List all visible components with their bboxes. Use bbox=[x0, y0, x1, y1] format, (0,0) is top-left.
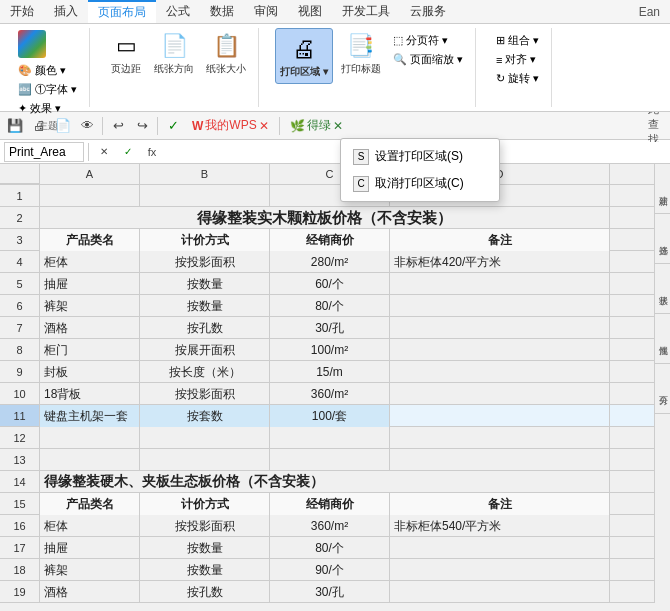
print-area-btn[interactable]: 🖨 打印区域 ▾ bbox=[275, 28, 333, 84]
preview-btn[interactable]: 👁 bbox=[76, 115, 98, 137]
r1c2[interactable] bbox=[140, 185, 270, 207]
r16c4[interactable]: 非标柜体540/平方米 bbox=[390, 515, 610, 537]
r15c3[interactable]: 经销商价 bbox=[270, 493, 390, 515]
menu-view[interactable]: 视图 bbox=[288, 1, 332, 22]
r8c3[interactable]: 100/m² bbox=[270, 339, 390, 361]
margin-btn[interactable]: ▭ 页边距 bbox=[106, 28, 146, 78]
r5c4[interactable] bbox=[390, 273, 610, 295]
menu-start[interactable]: 开始 bbox=[0, 1, 44, 22]
rotate-btn[interactable]: ↻ 旋转 ▾ bbox=[492, 70, 543, 87]
r7c2[interactable]: 按孔数 bbox=[140, 317, 270, 339]
undo-btn[interactable]: ↩ bbox=[107, 115, 129, 137]
r16c3[interactable]: 360/m² bbox=[270, 515, 390, 537]
r13c4[interactable] bbox=[390, 449, 610, 471]
theme-icon-btn[interactable] bbox=[14, 28, 81, 60]
r12c2[interactable] bbox=[140, 427, 270, 449]
r9c1[interactable]: 封板 bbox=[40, 361, 140, 383]
page-scale-btn[interactable]: 🔍 页面缩放 ▾ bbox=[389, 51, 467, 68]
r13c3[interactable] bbox=[270, 449, 390, 471]
r10c1[interactable]: 18背板 bbox=[40, 383, 140, 405]
menu-cloud[interactable]: 云服务 bbox=[400, 1, 456, 22]
r19c1[interactable]: 酒格 bbox=[40, 581, 140, 603]
menu-insert[interactable]: 插入 bbox=[44, 1, 88, 22]
menu-formula[interactable]: 公式 bbox=[156, 1, 200, 22]
combine-btn[interactable]: ⊞ 组合 ▾ bbox=[492, 32, 543, 49]
rp-select-btn[interactable]: 选择 bbox=[655, 214, 670, 264]
r18c1[interactable]: 裤架 bbox=[40, 559, 140, 581]
formula-cancel[interactable]: ✕ bbox=[93, 141, 115, 163]
r6c3[interactable]: 80/个 bbox=[270, 295, 390, 317]
r12c3[interactable] bbox=[270, 427, 390, 449]
r2-title[interactable]: 得缘整装实木颗粒板价格（不含安装） bbox=[40, 207, 610, 229]
r11c4[interactable] bbox=[390, 405, 610, 427]
r18c2[interactable]: 按数量 bbox=[140, 559, 270, 581]
r17c4[interactable] bbox=[390, 537, 610, 559]
paper-size-btn[interactable]: 📋 纸张大小 bbox=[202, 28, 250, 78]
r15c4[interactable]: 备注 bbox=[390, 493, 610, 515]
r19c3[interactable]: 30/孔 bbox=[270, 581, 390, 603]
r19c4[interactable] bbox=[390, 581, 610, 603]
menu-developer[interactable]: 开发工具 bbox=[332, 1, 400, 22]
r1c1[interactable] bbox=[40, 185, 140, 207]
r4c3[interactable]: 280/m² bbox=[270, 251, 390, 273]
r6c2[interactable]: 按数量 bbox=[140, 295, 270, 317]
r11c3[interactable]: 100/套 bbox=[270, 405, 390, 427]
cell-reference[interactable] bbox=[4, 142, 84, 162]
r17c2[interactable]: 按数量 bbox=[140, 537, 270, 559]
r4c4[interactable]: 非标柜体420/平方米 bbox=[390, 251, 610, 273]
search-btn[interactable]: 🔍 点此查找命令 bbox=[644, 115, 666, 137]
r13c2[interactable] bbox=[140, 449, 270, 471]
r16c2[interactable]: 按投影面积 bbox=[140, 515, 270, 537]
formula-fn[interactable]: fx bbox=[141, 141, 163, 163]
r3c2[interactable]: 计价方式 bbox=[140, 229, 270, 251]
orientation-btn[interactable]: 📄 纸张方向 bbox=[150, 28, 198, 78]
r12c4[interactable] bbox=[390, 427, 610, 449]
r4c1[interactable]: 柜体 bbox=[40, 251, 140, 273]
r17c1[interactable]: 抽屉 bbox=[40, 537, 140, 559]
cancel-print-area-item[interactable]: C 取消打印区域(C) bbox=[341, 170, 499, 197]
page-break-btn[interactable]: ⬚ 分页符 ▾ bbox=[389, 32, 467, 49]
rp-prop-btn[interactable]: 属性 bbox=[655, 314, 670, 364]
r16c1[interactable]: 柜体 bbox=[40, 515, 140, 537]
r6c4[interactable] bbox=[390, 295, 610, 317]
r5c2[interactable]: 按数量 bbox=[140, 273, 270, 295]
r14-subtitle[interactable]: 得缘整装硬木、夹板生态板价格（不含安装） bbox=[40, 471, 610, 493]
menu-review[interactable]: 审阅 bbox=[244, 1, 288, 22]
r7c1[interactable]: 酒格 bbox=[40, 317, 140, 339]
r3c3[interactable]: 经销商价 bbox=[270, 229, 390, 251]
align-btn[interactable]: ≡ 对齐 ▾ bbox=[492, 51, 543, 68]
r19c2[interactable]: 按孔数 bbox=[140, 581, 270, 603]
r11c1[interactable]: 键盘主机架一套 bbox=[40, 405, 140, 427]
r18c4[interactable] bbox=[390, 559, 610, 581]
r8c2[interactable]: 按展开面积 bbox=[140, 339, 270, 361]
menu-data[interactable]: 数据 bbox=[200, 1, 244, 22]
r15c1[interactable]: 产品类名 bbox=[40, 493, 140, 515]
r7c4[interactable] bbox=[390, 317, 610, 339]
r7c3[interactable]: 30/孔 bbox=[270, 317, 390, 339]
r9c3[interactable]: 15/m bbox=[270, 361, 390, 383]
r10c4[interactable] bbox=[390, 383, 610, 405]
r17c3[interactable]: 80/个 bbox=[270, 537, 390, 559]
color-btn[interactable]: 🎨 颜色 ▾ bbox=[14, 62, 81, 79]
deleq-btn[interactable]: 🌿 得绿 ✕ bbox=[284, 115, 349, 137]
r3c4[interactable]: 备注 bbox=[390, 229, 610, 251]
r13c1[interactable] bbox=[40, 449, 140, 471]
r9c2[interactable]: 按长度（米） bbox=[140, 361, 270, 383]
print-titles-btn[interactable]: 📑 打印标题 bbox=[337, 28, 385, 78]
r10c2[interactable]: 按投影面积 bbox=[140, 383, 270, 405]
font-btn[interactable]: 🔤 ①字体 ▾ bbox=[14, 81, 81, 98]
rp-new-btn[interactable]: 新建 bbox=[655, 164, 670, 214]
rp-shape-btn[interactable]: 形状 bbox=[655, 264, 670, 314]
redo-btn[interactable]: ↪ bbox=[131, 115, 153, 137]
r9c4[interactable] bbox=[390, 361, 610, 383]
r3c1[interactable]: 产品类名 bbox=[40, 229, 140, 251]
r18c3[interactable]: 90/个 bbox=[270, 559, 390, 581]
formula-confirm[interactable]: ✓ bbox=[117, 141, 139, 163]
wps-btn[interactable]: W 我的WPS ✕ bbox=[186, 115, 275, 137]
r11c2[interactable]: 按套数 bbox=[140, 405, 270, 427]
r8c4[interactable] bbox=[390, 339, 610, 361]
r10c3[interactable]: 360/m² bbox=[270, 383, 390, 405]
menu-page-layout[interactable]: 页面布局 bbox=[88, 0, 156, 23]
r5c3[interactable]: 60/个 bbox=[270, 273, 390, 295]
r4c2[interactable]: 按投影面积 bbox=[140, 251, 270, 273]
